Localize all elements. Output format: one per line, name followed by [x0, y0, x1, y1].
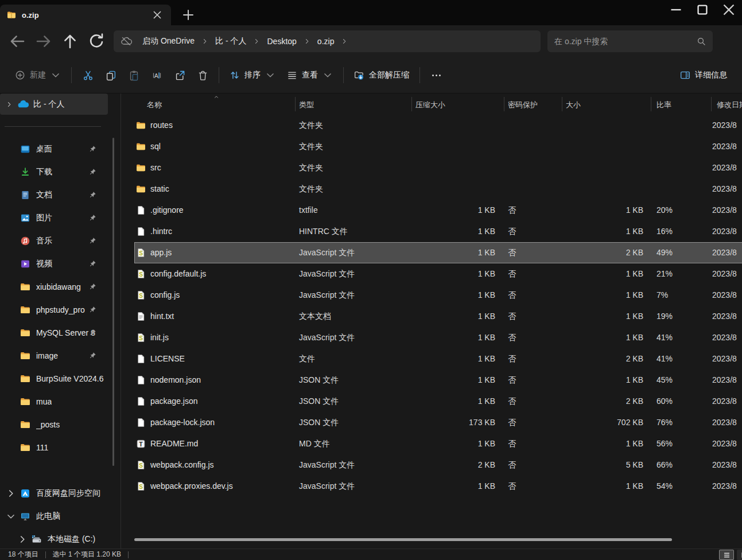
minimize-button[interactable]: [663, 0, 689, 20]
chevron-right-icon[interactable]: [6, 101, 13, 108]
file-row[interactable]: package.jsonJSON 文件1 KB否2 KB60%2023/8: [134, 391, 742, 412]
sidebar-item--[interactable]: 视频: [0, 252, 112, 275]
sidebar-item-pc[interactable]: 此电脑: [0, 505, 112, 528]
share-button[interactable]: [168, 65, 191, 85]
chevron-down-icon: [50, 70, 61, 80]
sidebar-item-_posts[interactable]: _posts: [0, 413, 112, 436]
sidebar-item-mysql-server-8[interactable]: MySQL Server 8: [0, 321, 112, 344]
column-header[interactable]: 类型: [299, 100, 314, 110]
file-row[interactable]: Sconfig.default.jsJavaScript 文件1 KB否1 KB…: [134, 263, 742, 285]
breadcrumb-item[interactable]: o.zip: [313, 34, 339, 48]
disk-icon: [32, 534, 42, 545]
search-input[interactable]: [554, 37, 692, 46]
file-row[interactable]: nodemon.jsonJSON 文件1 KB否1 KB45%2023/8: [134, 370, 742, 391]
file-row[interactable]: LICENSE文件1 KB否2 KB41%2023/8: [134, 348, 742, 370]
sidebar-item-xiubidawang[interactable]: xiubidawang: [0, 275, 112, 298]
icons-view-toggle[interactable]: [737, 550, 742, 560]
file-row[interactable]: Sinit.jsJavaScript 文件1 KB否1 KB41%2023/8: [134, 327, 742, 348]
sidebar-item-baidu[interactable]: 百度网盘同步空间: [0, 482, 112, 505]
file-row[interactable]: routes文件夹2023/8: [134, 115, 742, 136]
file-row[interactable]: .gitignoretxtfile1 KB否1 KB20%2023/8: [134, 200, 742, 221]
file-row[interactable]: Sconfig.jsJavaScript 文件1 KB否1 KB7%2023/8: [134, 285, 742, 306]
sidebar-item--[interactable]: 下载: [0, 161, 112, 184]
sidebar-item--[interactable]: 桌面: [0, 138, 112, 161]
paste-button[interactable]: [122, 65, 145, 85]
sort-button[interactable]: 排序: [224, 65, 281, 85]
chevron-right-icon[interactable]: [6, 488, 16, 499]
sidebar-item-onedrive[interactable]: 比 - 个人: [0, 94, 108, 115]
extract-all-button[interactable]: 全部解压缩: [348, 65, 415, 85]
breadcrumb-item[interactable]: Desktop: [262, 34, 301, 48]
sidebar-item--[interactable]: 音乐: [0, 230, 112, 252]
sidebar-item-image[interactable]: image: [0, 344, 112, 367]
rename-button[interactable]: A: [145, 65, 168, 85]
sidebar-item--[interactable]: 图片: [0, 207, 112, 230]
tab-ozip[interactable]: o.zip: [0, 5, 171, 25]
pin-icon: [89, 260, 96, 267]
breadcrumb-item[interactable]: 比 - 个人: [211, 34, 251, 49]
sort-ascending-icon: [213, 94, 220, 100]
column-header[interactable]: 名称: [147, 100, 162, 110]
up-button[interactable]: [61, 32, 79, 50]
column-header[interactable]: 比率: [656, 100, 671, 110]
column-divider[interactable]: [411, 97, 412, 111]
column-header[interactable]: 密码保护: [508, 100, 538, 110]
sidebar-item-mua[interactable]: mua: [0, 390, 112, 413]
file-modified-date: 2023/8: [712, 354, 737, 363]
column-header[interactable]: 压缩大小: [415, 100, 445, 110]
file-row[interactable]: Swebpack.config.jsJavaScript 文件2 KB否5 KB…: [134, 454, 742, 476]
sidebar-scrollbar[interactable]: [112, 138, 114, 466]
breadcrumb-chevron-icon[interactable]: [201, 38, 208, 45]
refresh-button[interactable]: [87, 32, 106, 50]
sidebar-item--[interactable]: 文档: [0, 184, 112, 207]
breadcrumb-chevron-icon[interactable]: [253, 38, 260, 45]
details-view-toggle[interactable]: [719, 550, 734, 560]
back-button[interactable]: [8, 32, 26, 50]
forward-button[interactable]: [34, 32, 53, 50]
delete-button[interactable]: [191, 65, 214, 85]
horizontal-scrollbar[interactable]: [134, 538, 672, 541]
folder-icon: [20, 351, 30, 361]
tab-close-icon[interactable]: [150, 8, 164, 22]
column-divider[interactable]: [711, 97, 712, 111]
file-password-protected: 否: [508, 439, 516, 449]
breadcrumb-chevron-icon[interactable]: [341, 38, 348, 45]
new-tab-button[interactable]: [180, 7, 196, 23]
search-box[interactable]: [547, 30, 713, 52]
column-divider[interactable]: [295, 97, 296, 111]
view-button[interactable]: 查看: [281, 65, 339, 85]
sidebar-item-111[interactable]: 111: [0, 436, 112, 459]
copy-button[interactable]: [99, 65, 122, 85]
maximize-button[interactable]: [689, 0, 716, 20]
details-pane-button[interactable]: 详细信息: [674, 65, 733, 85]
sidebar-item-disk[interactable]: 本地磁盘 (C:): [0, 528, 112, 549]
file-row[interactable]: Swebpack.proxies.dev.jsJavaScript 文件1 KB…: [134, 476, 742, 497]
file-row[interactable]: package-lock.jsonJSON 文件173 KB否702 KB76%…: [134, 412, 742, 433]
file-row[interactable]: src文件夹2023/8: [134, 157, 742, 178]
file-row[interactable]: static文件夹2023/8: [134, 178, 742, 200]
file-ratio: 21%: [656, 269, 673, 278]
cut-button[interactable]: [76, 65, 99, 85]
breadcrumb-chevron-icon[interactable]: [304, 38, 310, 45]
file-row[interactable]: TREADME.mdMD 文件1 KB否1 KB56%2023/8: [134, 433, 742, 454]
new-button[interactable]: 新建: [9, 65, 67, 85]
more-options-button[interactable]: [425, 65, 448, 85]
sidebar-item-phpstudy_pro[interactable]: phpstudy_pro: [0, 298, 112, 321]
column-divider[interactable]: [562, 97, 562, 111]
file-row[interactable]: hint.txt文本文档1 KB否1 KB19%2023/8: [134, 306, 742, 327]
close-button[interactable]: [716, 0, 742, 20]
file-size: 1 KB: [563, 312, 643, 321]
column-divider[interactable]: [651, 97, 651, 111]
breadcrumb-item[interactable]: 启动 OneDrive: [138, 34, 199, 49]
sidebar-item-burpsuite-v2024-6[interactable]: BurpSuite V2024.6: [0, 367, 112, 390]
file-row[interactable]: sql文件夹2023/8: [134, 136, 742, 157]
file-row[interactable]: .hintrcHINTRC 文件1 KB否1 KB16%2023/8: [134, 221, 742, 242]
file-ratio: 41%: [656, 333, 673, 342]
column-header[interactable]: 修改日期: [717, 100, 742, 110]
file-modified-date: 2023/8: [712, 205, 737, 215]
column-divider[interactable]: [504, 97, 504, 111]
chevron-right-icon[interactable]: [17, 534, 28, 545]
file-row[interactable]: Sapp.jsJavaScript 文件1 KB否2 KB49%2023/8: [134, 242, 742, 263]
chevron-down-icon[interactable]: [6, 511, 16, 522]
column-header[interactable]: 大小: [566, 100, 581, 110]
